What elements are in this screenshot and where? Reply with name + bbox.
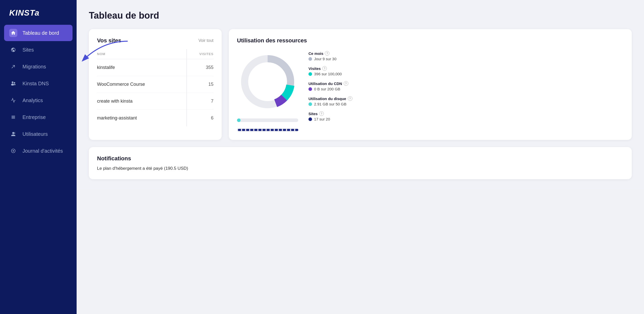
- sites-table: NOM VISITES kinstalife355WooCommerce Cou…: [97, 49, 213, 126]
- svg-point-3: [13, 150, 14, 152]
- site-visits: 355: [187, 59, 213, 76]
- analytics-icon: [9, 96, 17, 104]
- site-name: marketing-assistant: [97, 110, 187, 127]
- site-segment: [263, 129, 266, 131]
- sidebar-label-journal: Journal d'activités: [22, 148, 63, 154]
- ce-mois-help-icon[interactable]: ?: [325, 51, 329, 56]
- legend-cdn-value: 0 B sur 200 GB: [308, 87, 624, 91]
- sidebar-label-sites: Sites: [22, 47, 34, 53]
- sites-help-icon[interactable]: ?: [319, 111, 324, 116]
- logo: KINSTa: [0, 0, 77, 25]
- col-visites-header: VISITES: [187, 49, 213, 59]
- sidebar-item-journal[interactable]: Journal d'activités: [4, 143, 73, 159]
- site-segment: [242, 129, 245, 131]
- legend-ce-mois: Ce mois ? Jour 9 sur 30: [308, 51, 624, 61]
- site-segment: [250, 129, 253, 131]
- site-segment: [295, 129, 298, 131]
- legend-visites: Visites ? 396 sur 100,000: [308, 66, 624, 76]
- main-content: Tableau de bord Vos sites Voir tout NOM …: [77, 0, 644, 189]
- sites-icon: [9, 46, 17, 54]
- resources-inner: Ce mois ? Jour 9 sur 30 Visites ?: [237, 51, 624, 132]
- donut-area: [237, 51, 298, 132]
- sidebar-item-entreprise[interactable]: Entreprise: [4, 109, 73, 125]
- svg-point-0: [14, 133, 15, 134]
- dns-icon: [9, 79, 17, 88]
- sidebar: KINSTa Tableau de bord Sites Migrations …: [0, 0, 77, 314]
- col-nom-header: NOM: [97, 49, 187, 59]
- legend-disque-title: Utilisation du disque ?: [308, 96, 624, 101]
- visites-help-icon[interactable]: ?: [322, 66, 327, 71]
- site-name: WooCommerce Course: [97, 76, 187, 93]
- legend-disque: Utilisation du disque ? 2.91 GB sur 50 G…: [308, 96, 624, 106]
- sidebar-label-dns: Kinsta DNS: [22, 81, 49, 87]
- site-segment: [254, 129, 257, 131]
- site-visits: 15: [187, 76, 213, 93]
- site-visits: 7: [187, 93, 213, 110]
- sites-segments: [237, 128, 298, 132]
- sidebar-item-kinsta-dns[interactable]: Kinsta DNS: [4, 75, 73, 92]
- table-row[interactable]: marketing-assistant6: [97, 110, 213, 127]
- legend-sites: Sites ? 17 sur 20: [308, 111, 624, 121]
- sidebar-nav: Tableau de bord Sites Migrations Kinsta …: [0, 25, 77, 159]
- table-row[interactable]: kinstalife355: [97, 59, 213, 76]
- site-segment: [275, 129, 278, 131]
- page-title: Tableau de bord: [89, 10, 632, 21]
- cdn-dot: [308, 87, 312, 91]
- sidebar-item-utilisateurs[interactable]: Utilisateurs: [4, 126, 73, 142]
- cards-row: Vos sites Voir tout NOM VISITES kinstali…: [89, 29, 632, 140]
- sidebar-label-tableau: Tableau de bord: [22, 30, 59, 36]
- entreprise-icon: [9, 113, 17, 121]
- cdn-help-icon[interactable]: ?: [344, 81, 348, 86]
- sidebar-label-migrations: Migrations: [22, 64, 46, 70]
- legend-sites-value: 17 sur 20: [308, 117, 624, 121]
- disk-bar-track: [237, 118, 298, 122]
- disk-bar-fill: [237, 118, 241, 122]
- migrations-icon: [9, 63, 17, 71]
- ce-mois-dot: [308, 57, 312, 61]
- sites-card-title: Vos sites: [97, 37, 121, 44]
- sites-bar-container: [237, 128, 298, 132]
- sidebar-item-analytics[interactable]: Analytics: [4, 92, 73, 108]
- site-segment: [291, 129, 294, 131]
- disque-dot: [308, 102, 312, 106]
- site-segment: [246, 129, 249, 131]
- resources-card-title: Utilisation des ressources: [237, 37, 624, 44]
- table-row[interactable]: create with kinsta7: [97, 93, 213, 110]
- sites-card: Vos sites Voir tout NOM VISITES kinstali…: [89, 29, 222, 140]
- site-segment: [267, 129, 270, 131]
- site-visits: 6: [187, 110, 213, 127]
- legend-disque-value: 2.91 GB sur 50 GB: [308, 102, 624, 106]
- notifications-card: Notifications Le plan d'hébergement a ét…: [89, 147, 632, 179]
- home-icon: [9, 29, 17, 37]
- voir-tout-link[interactable]: Voir tout: [198, 38, 213, 43]
- logo-text: KINSTa: [9, 8, 67, 18]
- site-segment: [279, 129, 282, 131]
- legend-visites-value: 396 sur 100,000: [308, 72, 624, 76]
- sidebar-label-entreprise: Entreprise: [22, 114, 46, 120]
- sidebar-item-tableau-de-bord[interactable]: Tableau de bord: [4, 25, 73, 41]
- legend: Ce mois ? Jour 9 sur 30 Visites ?: [308, 51, 624, 121]
- sidebar-label-utilisateurs: Utilisateurs: [22, 131, 48, 137]
- sites-dot: [308, 117, 312, 121]
- utilisateurs-icon: [9, 130, 17, 138]
- legend-ce-mois-value: Jour 9 sur 30: [308, 57, 624, 61]
- journal-icon: [9, 147, 17, 155]
- table-row[interactable]: WooCommerce Course15: [97, 76, 213, 93]
- resources-card: Utilisation des ressources: [229, 29, 632, 140]
- legend-cdn-title: Utilisation du CDN ?: [308, 81, 624, 86]
- site-name: create with kinsta: [97, 93, 187, 110]
- site-segment: [283, 129, 286, 131]
- notification-message: Le plan d'hébergement a été payé (190.5 …: [97, 166, 624, 171]
- legend-cdn: Utilisation du CDN ? 0 B sur 200 GB: [308, 81, 624, 91]
- disque-help-icon[interactable]: ?: [348, 96, 352, 101]
- sites-list: kinstalife355WooCommerce Course15create …: [97, 59, 213, 127]
- site-name: kinstalife: [97, 59, 187, 76]
- sidebar-item-sites[interactable]: Sites: [4, 42, 73, 58]
- sidebar-label-analytics: Analytics: [22, 98, 43, 103]
- site-segment: [238, 129, 241, 131]
- sidebar-item-migrations[interactable]: Migrations: [4, 58, 73, 75]
- visites-dot: [308, 72, 312, 76]
- sites-card-header: Vos sites Voir tout: [97, 37, 213, 44]
- site-segment: [287, 129, 290, 131]
- disk-bar-container: [237, 118, 298, 122]
